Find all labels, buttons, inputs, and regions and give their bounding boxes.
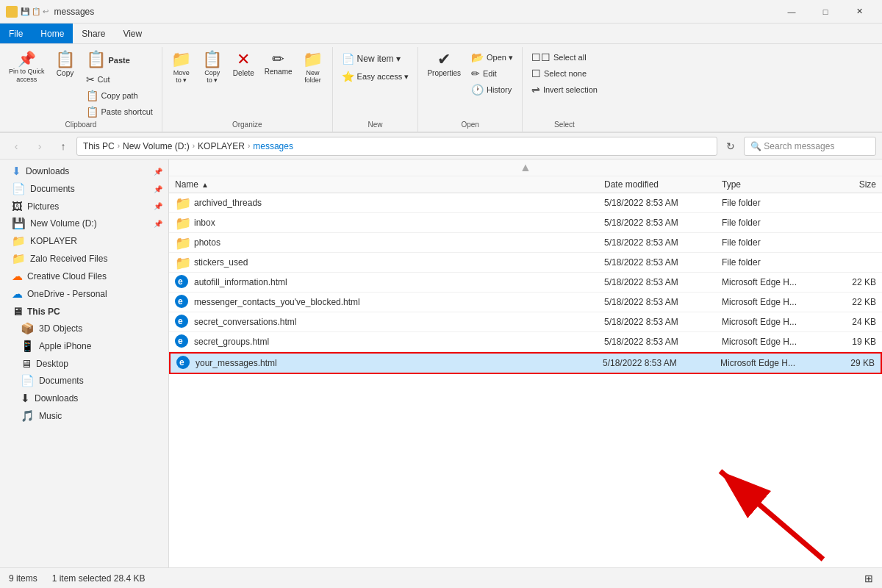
- sidebar-item-documents2[interactable]: 📄 Documents: [0, 372, 168, 390]
- new-item-icon: 📄: [342, 53, 354, 65]
- file-row-name: messenger_contacts_you've_blocked.html: [194, 297, 604, 307]
- col-name[interactable]: Name ▲: [175, 179, 604, 190]
- menu-view[interactable]: View: [114, 24, 151, 43]
- creative-cloud-icon: ☁: [12, 270, 23, 283]
- new-folder-button[interactable]: 📁 Newfolder: [298, 49, 328, 87]
- select-none-button[interactable]: ☐ Select none: [527, 66, 602, 81]
- file-row[interactable]: e messenger_contacts_you've_blocked.html…: [169, 293, 882, 312]
- pin-label: Pin to Quickaccess: [9, 68, 45, 84]
- paste-shortcut-button[interactable]: 📋 Paste shortcut: [82, 104, 157, 119]
- new-buttons: 📄 New item ▾ ⭐ Easy access ▾: [337, 49, 414, 119]
- app-icon: [6, 6, 18, 18]
- delete-button[interactable]: ✕ Delete: [229, 49, 259, 80]
- maximize-button[interactable]: □: [808, 0, 842, 24]
- open-label: Open: [423, 119, 517, 132]
- sidebar-item-this-pc[interactable]: 🖥 This PC: [0, 303, 168, 320]
- cut-button[interactable]: ✂ Cut: [82, 72, 157, 87]
- sidebar-item-pictures[interactable]: 🖼 Pictures 📌: [0, 198, 168, 215]
- select-all-button[interactable]: ☐☐ Select all: [527, 50, 602, 65]
- sidebar-item-documents[interactable]: 📄 Documents 📌: [0, 180, 168, 198]
- file-row[interactable]: 📁 inbox 5/18/2022 8:53 AM File folder: [169, 213, 882, 233]
- menu-home[interactable]: Home: [32, 24, 73, 43]
- move-to-button[interactable]: 📁 Moveto ▾: [167, 49, 196, 87]
- file-row[interactable]: e your_messages.html 5/18/2022 8:53 AM M…: [169, 352, 882, 374]
- file-row-size: 24 KB: [825, 317, 876, 327]
- rename-button[interactable]: ✏ Rename: [260, 49, 297, 79]
- refresh-button[interactable]: ↻: [720, 136, 741, 157]
- sidebar-item-onedrive[interactable]: ☁ OneDrive - Personal: [0, 285, 168, 303]
- pin-indicator: 📌: [154, 202, 162, 210]
- sidebar-label-documents2: Documents: [39, 376, 84, 386]
- copy-path-button[interactable]: 📋 Copy path: [82, 88, 157, 103]
- window-title: messages: [54, 7, 775, 17]
- easy-access-icon: ⭐: [342, 71, 354, 82]
- sidebar-item-desktop[interactable]: 🖥 Desktop: [0, 355, 168, 372]
- desktop-icon: 🖥: [21, 357, 32, 370]
- file-row[interactable]: e secret_conversations.html 5/18/2022 8:…: [169, 312, 882, 332]
- file-row[interactable]: 📁 photos 5/18/2022 8:53 AM File folder: [169, 233, 882, 253]
- properties-button[interactable]: ✔ Properties: [423, 49, 465, 80]
- file-row-name: inbox: [194, 218, 604, 228]
- back-button[interactable]: ‹: [6, 136, 26, 157]
- forward-button[interactable]: ›: [29, 136, 50, 157]
- file-row-icon: 📁: [175, 235, 190, 250]
- sidebar-item-downloads2[interactable]: ⬇ Downloads: [0, 390, 168, 407]
- file-row[interactable]: 📁 stickers_used 5/18/2022 8:53 AM File f…: [169, 253, 882, 273]
- ribbon-group-clipboard: 📌 Pin to Quickaccess 📋 Copy 📋 Paste ✂ Cu: [0, 47, 162, 132]
- search-bar[interactable]: 🔍 Search messages: [744, 137, 876, 156]
- sidebar-item-creative-cloud[interactable]: ☁ Creative Cloud Files: [0, 268, 168, 285]
- edit-button[interactable]: ✏ Edit: [467, 66, 517, 81]
- file-row-name: your_messages.html: [196, 358, 603, 368]
- paste-button[interactable]: 📋 Paste: [82, 50, 157, 71]
- minimize-button[interactable]: —: [775, 0, 808, 24]
- title-bar-icons: 💾 📋 ↩: [6, 6, 49, 18]
- breadcrumb-this-pc[interactable]: This PC: [83, 141, 115, 151]
- file-row-date: 5/18/2022 8:53 AM: [604, 257, 722, 268]
- file-row[interactable]: 📁 archived_threads 5/18/2022 8:53 AM Fil…: [169, 193, 882, 213]
- sort-arrow: ▲: [201, 181, 209, 189]
- breadcrumb-koplayer[interactable]: KOPLAYER: [198, 141, 245, 151]
- easy-access-button[interactable]: ⭐ Easy access ▾: [337, 69, 414, 84]
- view-toggle[interactable]: ⊞: [864, 573, 873, 584]
- copy-path-label: Copy path: [101, 91, 138, 100]
- breadcrumb-messages[interactable]: messages: [253, 141, 293, 151]
- downloads2-icon: ⬇: [21, 392, 30, 405]
- file-row[interactable]: e autofill_information.html 5/18/2022 8:…: [169, 273, 882, 293]
- sidebar-item-apple-iphone[interactable]: 📱 Apple iPhone: [0, 337, 168, 355]
- sidebar-item-koplayer[interactable]: 📁 KOPLAYER: [0, 232, 168, 250]
- new-item-button[interactable]: 📄 New item ▾: [337, 51, 414, 66]
- col-date[interactable]: Date modified: [604, 179, 722, 190]
- copy-button[interactable]: 📋 Copy: [51, 49, 80, 80]
- col-size[interactable]: Size: [825, 179, 876, 190]
- 3d-objects-icon: 📦: [21, 322, 35, 335]
- up-button[interactable]: ↑: [53, 136, 74, 157]
- file-row-type: File folder: [722, 237, 825, 248]
- sidebar-item-3d-objects[interactable]: 📦 3D Objects: [0, 320, 168, 337]
- sidebar-item-zalo[interactable]: 📁 Zalo Received Files: [0, 250, 168, 268]
- sidebar-item-downloads[interactable]: ⬇ Downloads 📌: [0, 162, 168, 180]
- close-button[interactable]: ✕: [842, 0, 876, 24]
- svg-text:e: e: [179, 357, 184, 368]
- invert-selection-button[interactable]: ⇌ Invert selection: [527, 82, 602, 97]
- file-row[interactable]: e secret_groups.html 5/18/2022 8:53 AM M…: [169, 332, 882, 352]
- pin-to-quick-access-button[interactable]: 📌 Pin to Quickaccess: [4, 49, 49, 87]
- breadcrumb-volume[interactable]: New Volume (D:): [123, 141, 190, 151]
- history-button[interactable]: 🕐 History: [467, 82, 517, 97]
- history-icon: 🕐: [471, 84, 484, 96]
- menu-file[interactable]: File: [0, 24, 32, 43]
- sidebar-item-new-volume[interactable]: 💾 New Volume (D:) 📌: [0, 215, 168, 232]
- sidebar-label-apple-iphone: Apple iPhone: [39, 341, 91, 351]
- address-bar[interactable]: This PC › New Volume (D:) › KOPLAYER › m…: [76, 137, 717, 156]
- copy-to-icon: 📋: [202, 51, 222, 68]
- file-row-date: 5/18/2022 8:53 AM: [604, 337, 722, 347]
- file-area: ▲ Name ▲ Date modified Type Size 📁 archi…: [169, 159, 882, 588]
- sidebar-label-documents: Documents: [30, 184, 75, 194]
- select-buttons: ☐☐ Select all ☐ Select none ⇌ Invert sel…: [527, 49, 602, 119]
- open-button[interactable]: 📂 Open ▾: [467, 50, 517, 65]
- file-row-size: 22 KB: [825, 277, 876, 287]
- menu-share[interactable]: Share: [73, 24, 114, 43]
- copy-to-button[interactable]: 📋 Copyto ▾: [198, 49, 227, 87]
- sidebar-item-music[interactable]: 🎵 Music: [0, 407, 168, 425]
- col-type[interactable]: Type: [722, 179, 825, 190]
- file-row-icon: 📁: [175, 255, 190, 270]
